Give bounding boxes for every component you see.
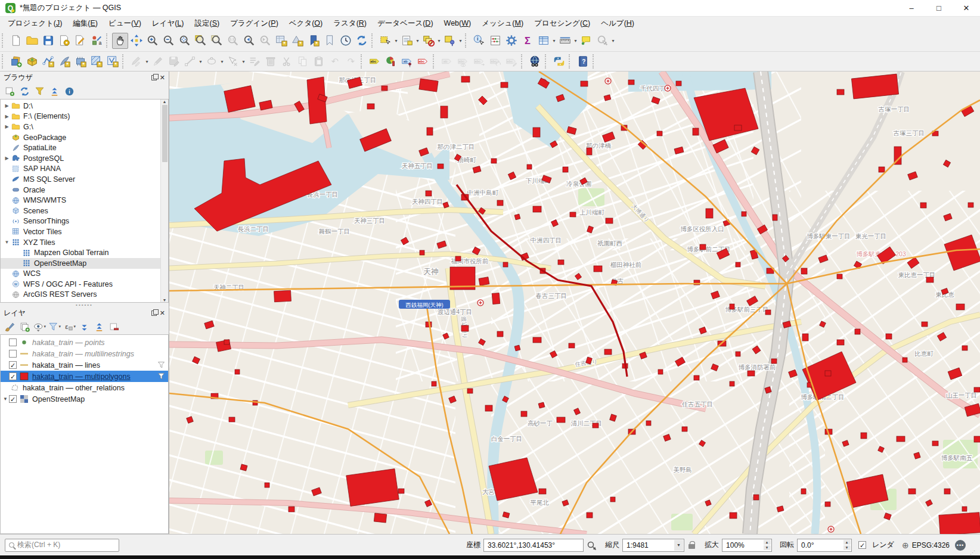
map-tips-button[interactable] (578, 33, 594, 49)
manage-map-themes-button[interactable]: ▾ (33, 320, 46, 333)
layer-row-openstreetmap[interactable]: ▼✓OpenStreetMap (1, 393, 168, 405)
new-3d-map-view-button[interactable]: * (289, 33, 305, 49)
expand-all-button[interactable] (77, 320, 91, 333)
remove-layer-button[interactable] (107, 320, 120, 333)
refresh-map-button[interactable] (353, 33, 370, 49)
scroll-down-icon[interactable]: ▼ (163, 298, 167, 302)
menu-w[interactable]: Web(W) (439, 18, 477, 29)
toolbar-handle[interactable] (2, 33, 6, 48)
menu-r[interactable]: ラスタ(R) (328, 17, 372, 30)
panel-splitter[interactable]: •••••• (0, 303, 169, 307)
zoom-last-button[interactable] (241, 33, 257, 49)
menu-s[interactable]: 設定(S) (189, 17, 225, 30)
browser-item-wcs[interactable]: WCS (1, 269, 160, 280)
browser-item-vector-tiles[interactable]: Vector Tiles (1, 226, 160, 237)
layer-labeling-options-button[interactable]: abc (367, 54, 383, 70)
attribute-table-button-dropdown-icon[interactable]: ▾ (551, 38, 557, 44)
zoom-in-button[interactable] (144, 33, 160, 49)
collapse-all-button[interactable] (48, 85, 61, 98)
toolbar-handle[interactable] (569, 54, 573, 69)
layer-visibility-checkbox[interactable] (9, 350, 17, 358)
rotation-spinbox[interactable]: 0.0° ▲▼ (797, 539, 852, 552)
browser-item-mapzen-global-terrain[interactable]: Mapzen Global Terrain (1, 247, 160, 258)
browser-item-wms-wmts[interactable]: WMS/WMTS (1, 195, 160, 206)
add-selected-layers-button[interactable] (3, 85, 16, 98)
layer-visibility-checkbox[interactable]: ✓ (9, 372, 17, 380)
select-features-button[interactable] (377, 33, 393, 49)
crs-globe-icon[interactable]: ⊕ (902, 541, 909, 550)
filter-browser-button[interactable] (33, 85, 46, 98)
field-calculator-button[interactable] (487, 33, 503, 49)
menu-j[interactable]: プロジェクト(J) (2, 17, 67, 30)
new-print-layout-button[interactable] (56, 33, 72, 49)
layer-visibility-checkbox[interactable]: ✓ (9, 395, 17, 403)
toolbar-handle[interactable] (521, 54, 525, 69)
highlight-pinned-labels-button[interactable]: abc (415, 54, 431, 70)
browser-item-d[interactable]: ▶D:\ (1, 101, 160, 111)
map-canvas[interactable]: 那の津三丁目那の津二丁目那の津橋天神五丁目須崎町長浜一丁目長浜二丁目舞鶴一丁目天… (169, 72, 980, 534)
new-shapefile-layer-button[interactable]: * (40, 54, 56, 70)
browser-item-sap-hana[interactable]: SAP HANA (1, 164, 160, 175)
menu-e[interactable]: 編集(E) (67, 17, 103, 30)
crs-value[interactable]: EPSG:4326 (912, 541, 950, 549)
scale-lock-icon[interactable] (689, 541, 696, 549)
identify-features-button[interactable]: i (471, 33, 487, 49)
browser-item-f-elements[interactable]: ▶F:\ (Elements) (1, 111, 160, 122)
browser-scrollbar[interactable]: ▲ ▼ (160, 100, 168, 302)
layer-row-hakata-train-lines[interactable]: ✓hakata_train — lines (1, 359, 168, 371)
toolbar-handle[interactable] (361, 54, 365, 69)
browser-item-xyz-tiles[interactable]: ▼XYZ Tiles (1, 237, 160, 248)
toolbar-handle[interactable] (371, 33, 376, 48)
browser-close-icon[interactable]: ✕ (160, 75, 165, 80)
pan-to-selection-button[interactable] (128, 33, 144, 49)
new-spatial-bookmark-button[interactable]: * (305, 33, 321, 49)
layers-close-icon[interactable]: ✕ (160, 310, 165, 316)
search-input[interactable]: 検索(Ctrl + K) (5, 539, 119, 552)
open-layer-styling-button[interactable] (3, 320, 16, 333)
magnifier-spinbox[interactable]: 100% ▲▼ (722, 539, 772, 552)
measure-button-dropdown-icon[interactable]: ▾ (573, 38, 578, 44)
expander-icon[interactable]: ▶ (3, 103, 11, 108)
layer-row-hakata-train-other-relations[interactable]: hakata_train — other_relations (1, 382, 168, 393)
layer-row-hakata-train-points[interactable]: hakata_train — points (1, 337, 168, 348)
menu-l[interactable]: レイヤ(L) (147, 17, 190, 30)
scroll-up-icon[interactable]: ▲ (163, 100, 167, 104)
toolbar-handle[interactable] (122, 54, 126, 69)
collapse-all-layers-button[interactable] (92, 320, 106, 333)
expander-icon[interactable]: ▶ (3, 156, 11, 161)
zoom-to-layer-button[interactable] (209, 33, 225, 49)
new-map-view-button[interactable]: * (273, 33, 289, 49)
layers-float-icon[interactable] (151, 310, 157, 316)
browser-item-postgresql[interactable]: ▶PostgreSQL (1, 153, 160, 164)
coordinate-input[interactable]: 33.6021°,130.41453° (483, 539, 584, 552)
maximize-button[interactable]: □ (925, 0, 953, 16)
render-checkbox[interactable]: ✓ (858, 541, 866, 549)
menu-c[interactable]: プロセシング(C) (529, 17, 596, 30)
browser-item-scenes[interactable]: Scenes (1, 206, 160, 216)
spin-up-icon[interactable]: ▲ (764, 540, 771, 545)
scrollbar-thumb[interactable] (162, 105, 168, 162)
metasearch-button[interactable] (527, 54, 543, 70)
new-geopackage-layer-button[interactable] (24, 54, 40, 70)
statistics-summary-button[interactable]: Σ (519, 33, 535, 49)
spin-down-icon[interactable]: ▼ (764, 545, 771, 550)
pan-map-button[interactable] (112, 33, 128, 49)
new-virtual-layer-button[interactable]: * (104, 54, 120, 70)
browser-float-icon[interactable] (151, 75, 157, 80)
browser-item-g[interactable]: ▶G:\ (1, 122, 160, 132)
select-by-location-button-dropdown-icon[interactable]: ▾ (458, 38, 463, 44)
browser-item-geopackage[interactable]: GeoPackage (1, 132, 160, 143)
open-project-button[interactable] (24, 33, 40, 49)
toolbar-handle[interactable] (106, 33, 110, 48)
expander-icon[interactable]: ▶ (3, 114, 11, 119)
toolbar-handle[interactable] (593, 54, 597, 69)
new-project-button[interactable] (8, 33, 24, 49)
layer-expander-icon[interactable]: ▼ (2, 396, 9, 402)
zoom-full-button[interactable] (176, 33, 193, 49)
temporal-controller-button[interactable] (337, 33, 353, 49)
zoom-out-button[interactable] (160, 33, 176, 49)
menu-o[interactable]: ベクタ(O) (284, 17, 328, 30)
browser-item-wfs-ogc-api-features[interactable]: WWFS / OGC API - Features (1, 279, 160, 290)
refresh-browser-button[interactable] (18, 85, 31, 98)
expander-icon[interactable]: ▼ (3, 240, 11, 245)
